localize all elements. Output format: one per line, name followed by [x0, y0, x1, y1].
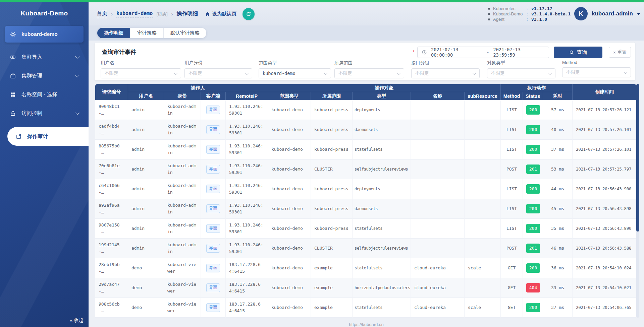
object-type-select[interactable]: 不限定	[487, 68, 555, 78]
cell-username: admin	[128, 179, 164, 199]
column-name: 名称	[411, 92, 465, 100]
column-group-action: 执行动作	[501, 84, 573, 92]
gear-icon	[10, 31, 16, 38]
tab-default-audit-policy[interactable]: 默认审计策略	[163, 28, 206, 38]
version-info: Kubernetes : v1.17.17 Kuboard-Demo : v3.…	[488, 6, 571, 22]
breadcrumb-home-link[interactable]: 首页	[97, 10, 107, 18]
set-default-page-label: 设为默认页	[212, 11, 237, 17]
user-menu[interactable]: K kuboard-admin	[574, 7, 640, 20]
client-tag: 界面	[206, 125, 220, 134]
sidebar-collapse-button[interactable]: « 收起	[70, 318, 83, 324]
refresh-button[interactable]	[243, 8, 255, 20]
breadcrumb-separator: ›	[111, 11, 113, 17]
cell-method: POST	[501, 159, 523, 179]
cell-status: 200	[523, 219, 543, 239]
table-row: 9807e158-… admin kuboard-admin 界面 1.93.1…	[95, 219, 636, 239]
cell-request-id: 70e6b81e-…	[95, 159, 128, 179]
table-row: cadf4bd4-… admin kuboard-admin 界面 1.93.1…	[95, 120, 636, 140]
cell-identity: kuboard-admin	[164, 140, 201, 159]
breadcrumb-separator: ›	[171, 11, 173, 17]
cell-name: cloud-eureka	[411, 278, 465, 298]
cell-status: 200	[523, 140, 543, 159]
status-badge: 201	[526, 165, 540, 174]
field-label: 范围类型	[259, 60, 331, 66]
breadcrumb-current-page: 操作明细	[177, 10, 198, 17]
status-badge: 200	[526, 224, 540, 233]
breadcrumb: 首页 › kuboard-demo [切换] › 操作明细	[97, 10, 198, 18]
avatar: K	[574, 7, 588, 20]
search-button[interactable]: 查询	[554, 47, 602, 58]
main-area: 首页 › kuboard-demo [切换] › 操作明细 设为默认页 Kube…	[89, 2, 644, 327]
tab-audit-policy[interactable]: 审计策略	[130, 28, 163, 38]
breadcrumb-cluster-link[interactable]: kuboard-demo	[116, 10, 153, 17]
tab-bar: 操作明细 审计策略 默认审计策略	[89, 25, 644, 41]
cell-name	[411, 199, 465, 219]
method-select[interactable]: 不限定	[562, 67, 631, 77]
cell-request-id: 908c56cb-…	[95, 298, 128, 318]
tab-audit-details[interactable]: 操作明细	[97, 28, 130, 38]
cell-username: admin	[128, 120, 164, 140]
audit-table-body: 90048bc1-… admin kuboard-admin 界面 1.93.1…	[95, 100, 636, 318]
cell-remote-ip: 183.17.228.64:6415	[226, 278, 268, 298]
version-colon: :	[527, 11, 531, 17]
cell-scope: kuboard-press	[311, 199, 353, 219]
api-group-select[interactable]: 不限定	[411, 68, 480, 78]
cell-status: 200	[523, 100, 543, 120]
refresh-icon	[246, 11, 252, 17]
cell-created: 2021-07-13 20:57:26.101	[573, 140, 636, 159]
cell-status: 200	[523, 258, 543, 278]
identity-select[interactable]: 不限定	[184, 68, 252, 78]
cell-duration: 46 ms	[543, 239, 573, 258]
cell-status: 404	[523, 278, 543, 298]
sidebar-item-cluster-manage[interactable]: 集群管理	[5, 69, 84, 83]
cell-scope-type: kuboard-demo	[268, 100, 311, 120]
cell-scope: kuboard-press	[311, 140, 353, 159]
field-label: 对象类型	[487, 60, 555, 66]
cell-username: admin	[128, 140, 164, 159]
cell-username: admin	[128, 239, 164, 258]
cell-status: 200	[523, 199, 543, 219]
cell-scope: example	[311, 278, 353, 298]
version-value: v3.1.4.0-beta.1	[531, 11, 571, 17]
cell-duration: 37 ms	[543, 140, 573, 159]
table-scrollbar-thumb[interactable]	[636, 84, 639, 232]
breadcrumb-switch-link[interactable]: [切换]	[156, 11, 167, 17]
reset-button[interactable]: × 重置	[609, 47, 631, 58]
scope-type-select[interactable]: kuboard-demo	[259, 68, 331, 78]
cell-scope: kuboard-press	[311, 219, 353, 239]
cell-subresource	[465, 278, 501, 298]
column-kind: 类型	[353, 92, 411, 100]
sidebar-item-cluster-import[interactable]: 集群导入	[5, 50, 84, 64]
cell-subresource	[465, 179, 501, 199]
cell-method: LIST	[501, 179, 523, 199]
sidebar-item-access-control[interactable]: 访问控制	[5, 106, 84, 120]
filter-field-scope-type: 范围类型 kuboard-demo	[259, 60, 331, 78]
cell-identity: kuboard-admin	[164, 120, 201, 140]
cell-kind: selfsubjectrulesreviews	[353, 239, 411, 258]
cell-username: admin	[128, 100, 164, 120]
audit-table: 请求编号 操作人 操作对象 执行动作 创建时间 用户名 身份 客户端 Remot…	[95, 84, 636, 318]
username-select[interactable]: 不限定	[101, 68, 181, 78]
cell-kind: selfsubjectrulesreviews	[353, 159, 411, 179]
cell-method: GET	[501, 258, 523, 278]
field-label: 接口分组	[411, 60, 480, 66]
cell-created: 2021-07-13 20:57:26.101	[573, 120, 636, 140]
set-default-page-button[interactable]: 设为默认页	[205, 11, 237, 17]
select-placeholder: 不限定	[566, 69, 580, 75]
field-label: 用户名	[101, 60, 181, 66]
scope-select[interactable]: 不限定	[334, 68, 404, 78]
sidebar-item-namespace[interactable]: 名称空间 - 选择	[5, 87, 84, 102]
caret-down-icon	[637, 13, 640, 15]
client-tag: 界面	[206, 106, 220, 114]
cell-remote-ip: 1.93.110.246:59301	[226, 199, 268, 219]
sidebar-item-audit[interactable]: 操作审计	[7, 127, 89, 146]
sidebar-item-cluster[interactable]: kuboard-demo	[5, 26, 84, 43]
home-icon	[205, 11, 210, 17]
cell-name	[411, 120, 465, 140]
date-range-input[interactable]: 2021-07-13 00:00:00 - 2021-07-13 23:59:5…	[417, 47, 549, 58]
reset-button-label: 重置	[618, 49, 627, 55]
client-tag: 界面	[206, 165, 220, 173]
column-client: 客户端	[201, 92, 226, 100]
cell-request-id: 199d2145-…	[95, 239, 128, 258]
chevron-down-icon	[324, 71, 327, 75]
